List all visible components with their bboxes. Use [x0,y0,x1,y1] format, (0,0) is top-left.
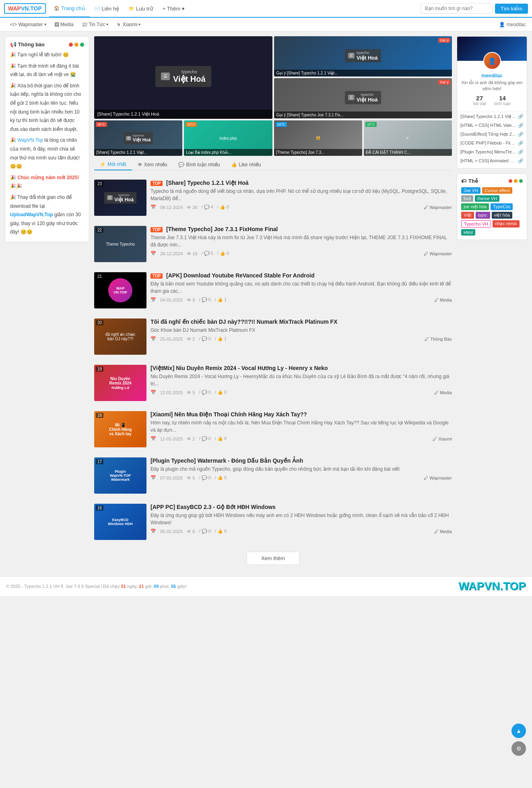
featured-main[interactable]: ☰ typecho Việt Hoá [Share] Typecho 1.2.1… [94,36,272,119]
article-title[interactable]: [Share] Typecho 1.2.1 Việt Hoá [166,180,249,186]
sub-news[interactable]: 📰 Tin Tức ▾ [78,21,113,29]
tags-box: 🏷 Thẻ Joe VH Cursor effect font theme VH… [457,174,527,240]
profile-post-item[interactable]: [HTML + CSS] Animated Bo... 🔗 [460,156,524,165]
article-category[interactable]: 🖊 Media [434,529,452,534]
tag-item[interactable]: TypeCss [491,203,513,210]
tag-item[interactable]: Typecho VH [461,220,491,228]
article-category[interactable]: 🖊 Media [434,390,452,395]
search-input[interactable] [421,3,493,14]
article-excerpt: Typecho là mã nguồn dùng để viết blog cá… [151,188,452,202]
article-excerpt: Hôm nay, tự nhiên mình nảy ra một câu hỏ… [151,419,452,434]
article-title[interactable]: [Xiaomi] Nên Mua Điện Thoại Chính Hãng H… [151,411,307,418]
category-icon: 🖊 [434,529,439,534]
profile-post-item[interactable]: [CODE PHP] Filebob - File ... 🔗 [460,139,524,147]
logo[interactable]: WAPVN.TOP [4,3,46,14]
article-info: [Xiaomi] Nên Mua Điện Thoại Chính Hãng H… [151,411,452,447]
footer-days: 51 [121,584,126,589]
wapvntop-link[interactable]: WapVN.Top [17,137,43,143]
article-title[interactable]: Tôi đã nghĩ ến chiếc bàn DJ này??!!?!! N… [151,319,338,325]
chevron-down-icon: ▾ [182,6,185,12]
article-thumb[interactable]: Mi 📱Chính Hãngvs Xách tay 18 [94,411,146,447]
feat-sm-3[interactable]: 36°C ☰ typechoViệt Hoá [Share] Typecho 1… [94,120,182,156]
tab-newest[interactable]: ⚡ Mới nhất [94,159,132,170]
profile-box: 👤 meodilac Xin lỗi vì anh đã không góp e… [457,36,527,169]
tag-item[interactable]: typo: [476,212,490,219]
featured-sm-1[interactable]: ☰ typechoViệt Hoá Gọi ý Gọi ý [Share] Ty… [274,36,452,77]
right-sidebar: 👤 meodilac Xin lỗi vì anh đã không góp e… [457,36,527,571]
article-meta: 📅 28-12-2024 👁 16 / 💬 5 / 👍 0 🖊 Wapmaste… [151,251,452,256]
tag-item[interactable]: Cursor effect [482,187,512,194]
user-info[interactable]: 👤 meodilac [499,22,526,27]
article-category[interactable]: 🖊 Xiaomi [433,436,452,441]
article-title[interactable]: [Plugin Typecho] Watermark - Đóng Dấu Bả… [151,457,303,464]
nav-contact[interactable]: ✉️ Liên hệ [90,0,124,17]
search-button[interactable]: Tìm kiếm [495,4,528,14]
date-icon: 📅 [151,390,156,395]
chevron-down-icon: ▾ [138,22,140,27]
notice-content: 🎉 Tạm nghỉ lễ tết luôn! 😊 🎉 Tạm thời mìn… [10,51,84,237]
like-icon: 👍 [231,162,237,168]
feat-sm-6[interactable]: 15°C ✓ ĐÃ CÀI ĐẶT THÀNH C... [364,120,452,156]
nav-more[interactable]: + Thêm ▾ [158,0,190,17]
list-item: Theme Typecho 22 TOP [Theme Typecho] Joe… [94,221,452,267]
article-thumb[interactable]: PluginWapVN.TOPWatermark 17 [94,457,146,494]
article-thumb[interactable]: đã nghĩ ến chiếcbàn DJ này??! 20 [94,319,146,355]
article-thumb[interactable]: EasyBCDWindows HDH 16 [94,504,146,540]
article-thumb[interactable]: Niu DuyênRemix 2024Hương Lư 19 [94,365,146,401]
article-info: [Plugin Typecho] Watermark - Đóng Dấu Bả… [151,457,452,494]
article-thumb[interactable]: Theme Typecho 22 [94,226,146,262]
chevron-down-icon: ▾ [106,22,108,27]
sub-media[interactable]: 🖼 Media [50,21,78,29]
article-category[interactable]: 🖊 Media [434,298,452,302]
eye-icon: 👁 [138,162,142,168]
list-item: đã nghĩ ến chiếcbàn DJ này??! 20 Tôi đã … [94,314,452,360]
profile-post-item[interactable]: [Share] Typecho 1.2.1 Việt H... 🔗 [460,112,524,121]
comment-icon: 💬 [178,162,184,168]
article-title[interactable]: [Theme Typecho] Joe 7.3.1 FixHome Final [166,226,278,232]
article-category[interactable]: 🖊 Wapmaster [424,205,452,210]
article-thumb[interactable]: ☰ typechoViệt Hoá 23 [94,180,146,216]
sub-xiaomi[interactable]: 🖱 Xiaomi ▾ [112,21,144,29]
article-title[interactable]: [ViệtMix] Niu Duyên Remix 2024 - Vocal H… [151,365,328,371]
article-info: [ViệtMix] Niu Duyên Remix 2024 - Vocal H… [151,365,452,401]
sub-wapmaster[interactable]: </> Wapmaster ▾ [6,21,50,29]
article-category[interactable]: 🖊 Thông Báo [425,337,452,341]
article-category[interactable]: 🖊 Wapmaster [424,251,452,256]
article-title[interactable]: [APP PC] EasyBCD 2.3 - Gộ Bớt HĐH Window… [151,504,276,510]
feat-sm-5[interactable]: 16°C 🐱 [Theme Typecho] Joe 7.3... [274,120,362,156]
feat-sm-4[interactable]: 20°C index.php Loại Bề index.php Khỏi... [184,120,272,156]
dot-green-icon [80,43,84,47]
category-icon: 🖊 [424,251,428,256]
tag-item[interactable]: Joe VH [461,187,480,194]
tag-item[interactable]: font [461,195,473,202]
nav-archive[interactable]: 📁 Lưu trữ [124,0,158,17]
featured-section: ☰ typecho Việt Hoá [Share] Typecho 1.2.1… [94,36,452,156]
article-title[interactable]: [APK] Download Youtube ReVanced Stable F… [166,272,314,279]
profile-post-item[interactable]: [Plugin Typecho] MenuTree ... 🔗 [460,147,524,156]
article-thumb[interactable]: WAPVN.TOP 21 [94,272,146,308]
nav-home[interactable]: 🏠 Trang chủ [49,0,90,17]
featured-sm-2[interactable]: ☰ typechoViệt Hoá Gọi ý Gọi ý [Share] Ty… [274,78,452,118]
notice-title: 📢 Thông báo [10,41,84,48]
upload-link[interactable]: UploadWapVN.Top [10,212,53,217]
profile-post-item[interactable]: [SoundEffect] Tổng Hợp 24 ... 🔗 [460,130,524,139]
tag-item[interactable]: theme VH [475,195,499,202]
article-meta: 📅 05-01-2025 👁 6 / 💬 0 / 👍 0 🖊 Media [151,529,452,534]
feat-sm-4-caption: Loại Bề index.php Khỏi... [184,149,272,156]
profile-post-item[interactable]: [HTML + CSS] HTML Valen... 🔗 [460,121,524,130]
article-category[interactable]: 🖊 Wapmaster [424,476,452,480]
profile-desc: Xin lỗi vì anh đã không góp em sớm hơn! [460,80,524,92]
tab-mostliked[interactable]: 👍 Like nhiều [225,159,266,170]
tag-item[interactable]: nhạc remix [493,220,520,228]
tag-item[interactable]: việt hóa [492,212,512,219]
link-icon: 🔗 [518,149,524,155]
article-info: [APP PC] EasyBCD 2.3 - Gộ Bớt HĐH Window… [151,504,452,540]
article-meta: 📅 06-12-2024 👁 36 / 💬 4 / 👍 0 🖊 Wapmaste… [151,205,452,210]
tag-item[interactable]: joe việt hóa [461,203,489,210]
tag-item[interactable]: Việt [461,212,474,219]
tab-mostviewed[interactable]: 👁 Xem nhiều [132,159,173,170]
profile-name[interactable]: meodilac [460,73,524,79]
tag-item[interactable]: Html [461,229,475,236]
tab-mostcommented[interactable]: 💬 Bình luận nhiều [173,159,225,170]
load-more-button[interactable]: Xem thêm [247,552,299,565]
